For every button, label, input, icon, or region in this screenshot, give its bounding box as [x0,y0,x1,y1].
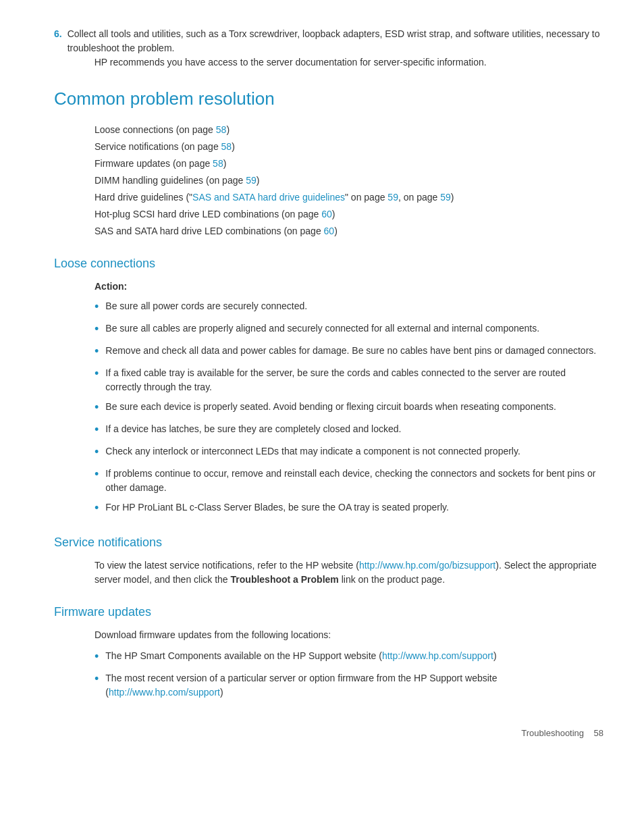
list-item: • Be sure all power cords are securely c… [95,299,603,316]
main-section-title: Common problem resolution [54,86,603,112]
bullet-text: The most recent version of a particular … [105,671,603,700]
list-item: • If a fixed cable tray is available for… [95,366,603,394]
toc-list: Loose connections (on page 58) Service n… [95,123,603,238]
bullet-icon: • [95,421,99,439]
bullet-text: Remove and check all data and power cabl… [105,344,603,358]
bullet-icon: • [95,365,99,383]
toc-link-3[interactable]: 58 [213,158,223,169]
bullet-icon: • [95,342,99,361]
step-text: Collect all tools and utilities, such as… [68,28,600,53]
bullet-text: The HP Smart Components available on the… [105,649,603,663]
firmware-updates-intro: Download firmware updates from the follo… [95,628,603,642]
bullet-text: Be sure all cables are properly aligned … [105,321,603,336]
step-content: Collect all tools and utilities, such as… [68,27,603,79]
bullet-icon: • [95,670,99,688]
hp-support-link-1[interactable]: http://www.hp.com/support [382,650,493,661]
toc-item-4: DIMM handling guidelines (on page 59) [95,174,603,188]
loose-connections-content: Action: • Be sure all power cords are se… [95,280,603,517]
hp-support-link-2[interactable]: http://www.hp.com/support [109,687,220,698]
bullet-icon: • [95,398,99,417]
toc-item-7: SAS and SATA hard drive LED combinations… [95,224,603,238]
toc-link-1[interactable]: 58 [216,124,227,135]
bullet-icon: • [95,443,99,461]
toc-link-4[interactable]: 59 [246,175,257,186]
toc-link-6[interactable]: 60 [321,209,332,219]
list-item: • Be sure all cables are properly aligne… [95,321,603,338]
list-item: • If a device has latches, be sure they … [95,422,603,439]
bullet-icon: • [95,320,99,338]
toc-item-3: Firmware updates (on page 58) [95,157,603,171]
toc-item-1: Loose connections (on page 58) [95,123,603,137]
loose-connections-bullet-list: • Be sure all power cords are securely c… [95,299,603,517]
bullet-text: If problems continue to occur, remove an… [105,467,603,495]
bullet-icon: • [95,465,99,484]
list-item: • Be sure each device is properly seated… [95,400,603,417]
bullet-icon: • [95,499,99,517]
toc-link-5b[interactable]: 59 [387,192,398,203]
bullet-text: Be sure all power cords are securely con… [105,299,603,313]
list-item: • For HP ProLiant BL c-Class Server Blad… [95,500,603,517]
list-item: • The most recent version of a particula… [95,671,603,700]
step-sub-text: HP recommends you have access to the ser… [95,55,603,70]
footer-page: 58 [594,728,603,738]
toc-link-5a[interactable]: SAS and SATA hard drive guidelines [192,192,345,203]
toc-item-2: Service notifications (on page 58) [95,140,603,154]
toc-link-2[interactable]: 58 [221,141,232,152]
firmware-updates-bullet-list: • The HP Smart Components available on t… [95,649,603,700]
firmware-updates-content: Download firmware updates from the follo… [95,628,603,700]
loose-connections-title: Loose connections [54,255,603,273]
toc-item-5: Hard drive guidelines ("SAS and SATA har… [95,190,603,205]
bullet-text: If a fixed cable tray is available for t… [105,366,603,394]
bizsupport-link[interactable]: http://www.hp.com/go/bizsupport [359,560,495,571]
list-item: • Check any interlock or interconnect LE… [95,444,603,461]
action-label: Action: [95,280,603,294]
list-item: • The HP Smart Components available on t… [95,649,603,666]
bullet-icon: • [95,298,99,316]
troubleshoot-bold: Troubleshoot a Problem [231,574,339,585]
firmware-updates-title: Firmware updates [54,603,603,621]
bullet-text: Be sure each device is properly seated. … [105,400,603,414]
footer-label: Troubleshooting [521,728,584,738]
list-item: • Remove and check all data and power ca… [95,344,603,361]
service-notifications-title: Service notifications [54,533,603,552]
service-notifications-content: To view the latest service notifications… [95,558,603,587]
step-6-row: 6. Collect all tools and utilities, such… [54,27,603,79]
list-item: • If problems continue to occur, remove … [95,467,603,495]
service-notifications-para: To view the latest service notifications… [95,558,603,587]
toc-link-5c[interactable]: 59 [440,192,451,203]
toc-item-6: Hot-plug SCSI hard drive LED combination… [95,207,603,221]
bullet-text: Check any interlock or interconnect LEDs… [105,444,603,459]
bullet-text: For HP ProLiant BL c-Class Server Blades… [105,500,603,515]
bullet-icon: • [95,648,99,666]
footer: Troubleshooting 58 [54,727,603,740]
step-number: 6. [54,27,62,79]
toc-link-7[interactable]: 60 [324,226,335,236]
bullet-text: If a device has latches, be sure they ar… [105,422,603,436]
